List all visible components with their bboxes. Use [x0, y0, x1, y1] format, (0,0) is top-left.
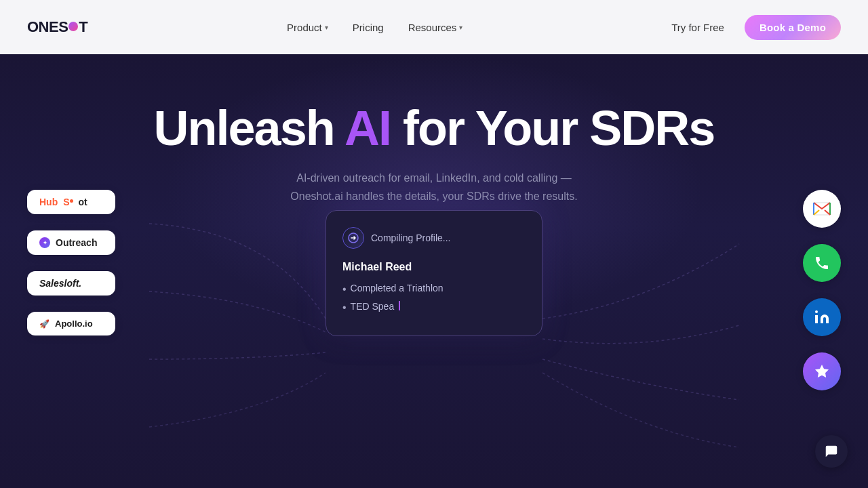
gmail-icon-circle: [803, 190, 841, 228]
arrow-icon: [348, 232, 359, 243]
profile-bullets: Completed a Triathlon TED Spea: [342, 283, 526, 314]
phone-icon-circle: [803, 244, 841, 282]
hero-title-before: Unleash: [154, 101, 344, 155]
hubspot-dot-area: S: [63, 197, 73, 207]
chat-icon: [824, 444, 839, 459]
book-demo-button[interactable]: Book a Demo: [745, 15, 841, 40]
linkedin-icon: [814, 309, 830, 325]
hero-title: Unleash AI for Your SDRs: [154, 102, 715, 155]
hero-subtitle: AI-driven outreach for email, LinkedIn, …: [290, 169, 577, 205]
chevron-down-icon-resources: ▾: [459, 24, 462, 31]
nav-resources[interactable]: Resources ▾: [399, 16, 473, 39]
integrations-left: HubSot ✦ Outreach Salesloft. 🚀 Apollo.io: [27, 190, 115, 336]
hero-subtitle-line1: AI-driven outreach for email, LinkedIn, …: [296, 172, 572, 184]
profile-name: Michael Reed: [342, 261, 526, 273]
outreach-label: Outreach: [56, 237, 97, 248]
nav-actions: Try for Free Book a Demo: [662, 15, 841, 40]
apollo-badge: 🚀 Apollo.io: [27, 312, 115, 336]
logo-dot: [68, 22, 78, 31]
nav-pricing[interactable]: Pricing: [343, 16, 393, 39]
svg-point-1: [815, 310, 818, 313]
logo[interactable]: ONEST: [27, 18, 87, 36]
compiling-text: Compiling Profile...: [371, 232, 451, 243]
outreach-badge: ✦ Outreach: [27, 230, 115, 255]
profile-card: Compiling Profile... Michael Reed Comple…: [326, 210, 542, 336]
profile-bullet-1: Completed a Triathlon: [342, 283, 526, 296]
hero-title-ai: AI: [344, 101, 391, 155]
apollo-icon: 🚀: [39, 319, 50, 329]
outreach-icon: ✦: [39, 237, 50, 248]
hubspot-logo: Hub: [39, 197, 58, 207]
linkedin-icon-circle: [803, 298, 841, 336]
phone-icon: [814, 255, 830, 271]
compiling-row: Compiling Profile...: [342, 227, 526, 249]
logo-text-after: T: [79, 18, 87, 36]
nav-product[interactable]: Product ▾: [277, 16, 338, 39]
cursor-blink: [399, 301, 400, 310]
salesloft-badge: Salesloft.: [27, 271, 115, 296]
hero-subtitle-line2: Oneshot.ai handles the details, your SDR…: [290, 190, 577, 202]
gmail-icon: [812, 201, 831, 216]
hubspot-icon-dot: [70, 199, 73, 203]
nav-links: Product ▾ Pricing Resources ▾: [277, 16, 472, 39]
hero-section: Unleash AI for Your SDRs AI-driven outre…: [0, 54, 868, 488]
integrations-right: [803, 190, 841, 390]
apollo-label: Apollo.io: [55, 319, 93, 329]
salesloft-label: Salesloft.: [39, 278, 81, 289]
logo-text-before: ONES: [27, 18, 68, 36]
chat-bubble-button[interactable]: [815, 435, 848, 468]
try-free-button[interactable]: Try for Free: [662, 16, 734, 39]
hero-title-after: for Your SDRs: [391, 101, 714, 155]
profile-bullet-2: TED Spea: [342, 301, 526, 314]
bottom-icon-circle: [803, 352, 841, 390]
chevron-down-icon: ▾: [325, 24, 328, 31]
navbar: ONEST Product ▾ Pricing Resources ▾ Try …: [0, 0, 868, 54]
oneshot-card-icon: [342, 227, 364, 249]
hubspot-badge: HubSot: [27, 190, 115, 214]
svg-rect-0: [815, 315, 818, 323]
star-icon: [814, 363, 830, 380]
